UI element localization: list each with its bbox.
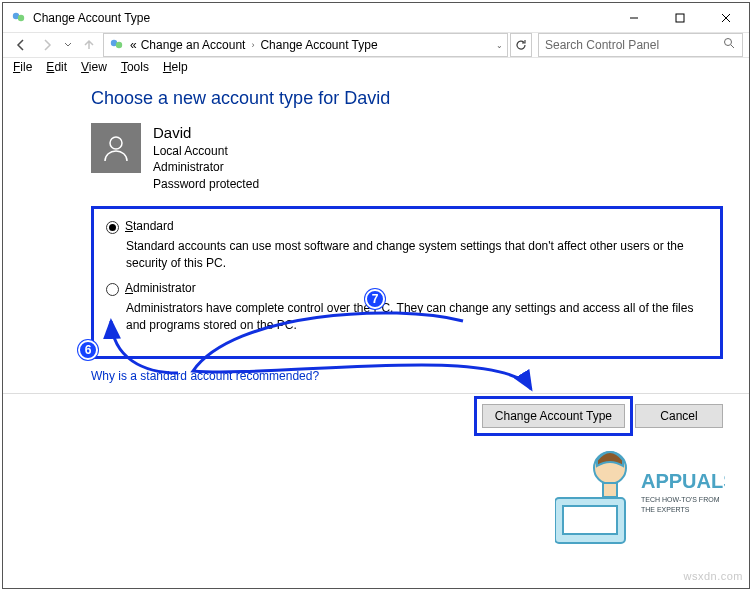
page-heading: Choose a new account type for David xyxy=(91,88,723,109)
radio-administrator[interactable] xyxy=(106,283,119,296)
option-administrator[interactable]: Administrator xyxy=(106,281,708,296)
user-role: Administrator xyxy=(153,159,259,175)
nav-recent-dropdown[interactable] xyxy=(61,33,75,57)
svg-text:THE EXPERTS: THE EXPERTS xyxy=(641,506,690,513)
appuals-logo: APPUALS TECH HOW-TO'S FROM THE EXPERTS xyxy=(555,438,725,558)
svg-line-9 xyxy=(731,45,734,48)
change-account-type-button[interactable]: Change Account Type xyxy=(482,404,625,428)
menu-bar: File Edit View Tools Help xyxy=(3,60,749,74)
search-icon xyxy=(723,37,736,53)
refresh-button[interactable] xyxy=(510,33,532,57)
menu-edit[interactable]: Edit xyxy=(46,60,67,74)
option-standard-desc: Standard accounts can use most software … xyxy=(126,238,708,272)
svg-rect-11 xyxy=(555,498,625,543)
close-button[interactable] xyxy=(703,3,749,33)
annotation-badge-6: 6 xyxy=(78,340,98,360)
svg-rect-14 xyxy=(603,483,617,497)
avatar xyxy=(91,123,141,173)
menu-help[interactable]: Help xyxy=(163,60,188,74)
menu-tools[interactable]: Tools xyxy=(121,60,149,74)
user-name: David xyxy=(153,123,259,143)
breadcrumb-item[interactable]: Change Account Type xyxy=(260,38,377,52)
app-icon xyxy=(11,10,27,26)
maximize-button[interactable] xyxy=(657,3,703,33)
svg-point-13 xyxy=(594,452,626,484)
window-controls xyxy=(611,3,749,33)
window-title: Change Account Type xyxy=(33,11,150,25)
option-administrator-desc: Administrators have complete control ove… xyxy=(126,300,708,334)
svg-rect-3 xyxy=(676,14,684,22)
user-accounts-icon xyxy=(108,37,126,53)
recommended-link[interactable]: Why is a standard account recommended? xyxy=(91,369,319,383)
svg-point-8 xyxy=(725,39,732,46)
minimize-button[interactable] xyxy=(611,3,657,33)
nav-up-button[interactable] xyxy=(77,33,101,57)
cancel-button[interactable]: Cancel xyxy=(635,404,723,428)
user-account-type: Local Account xyxy=(153,143,259,159)
watermark: wsxdn.com xyxy=(683,570,743,582)
content-area: Choose a new account type for David Davi… xyxy=(3,74,749,393)
svg-text:TECH HOW-TO'S FROM: TECH HOW-TO'S FROM xyxy=(641,496,720,503)
breadcrumb-prefix: « xyxy=(130,38,137,52)
svg-point-10 xyxy=(110,137,122,149)
account-type-options: Standard Standard accounts can use most … xyxy=(91,206,723,359)
option-standard-label: Standard xyxy=(125,219,174,233)
menu-file[interactable]: File xyxy=(13,60,32,74)
breadcrumb-address[interactable]: « Change an Account › Change Account Typ… xyxy=(103,33,508,57)
svg-point-1 xyxy=(18,14,24,20)
svg-text:APPUALS: APPUALS xyxy=(641,470,725,492)
search-input[interactable]: Search Control Panel xyxy=(538,33,743,57)
user-password-status: Password protected xyxy=(153,176,259,192)
option-standard[interactable]: Standard xyxy=(106,219,708,234)
action-bar: Change Account Type Cancel xyxy=(3,393,749,438)
svg-rect-12 xyxy=(563,506,617,534)
chevron-right-icon: › xyxy=(251,40,254,50)
user-info-block: David Local Account Administrator Passwo… xyxy=(91,123,723,192)
annotation-badge-7: 7 xyxy=(365,289,385,309)
breadcrumb-item[interactable]: Change an Account xyxy=(141,38,246,52)
svg-point-7 xyxy=(116,42,122,48)
nav-back-button[interactable] xyxy=(9,33,33,57)
user-info-text: David Local Account Administrator Passwo… xyxy=(153,123,259,192)
nav-bar: « Change an Account › Change Account Typ… xyxy=(3,33,749,58)
title-bar: Change Account Type xyxy=(3,3,749,33)
nav-forward-button[interactable] xyxy=(35,33,59,57)
radio-standard[interactable] xyxy=(106,221,119,234)
search-placeholder: Search Control Panel xyxy=(545,38,659,52)
chevron-down-icon[interactable]: ⌄ xyxy=(496,41,503,50)
menu-view[interactable]: View xyxy=(81,60,107,74)
option-administrator-label: Administrator xyxy=(125,281,196,295)
